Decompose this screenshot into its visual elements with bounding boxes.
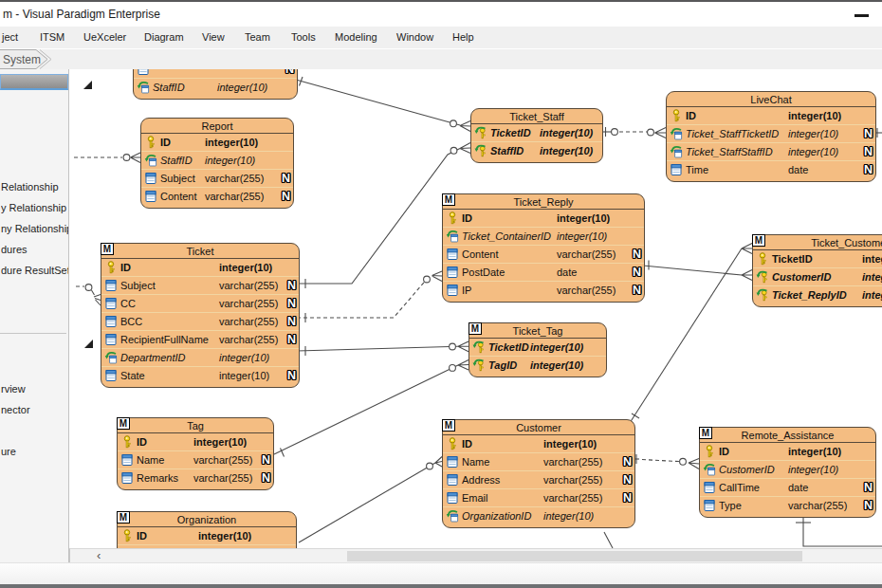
- column-icon: [670, 163, 683, 176]
- column-name: TicketID: [772, 253, 813, 265]
- column-row[interactable]: IDinteger(10): [101, 259, 299, 276]
- column-row[interactable]: Contentvarchar(255)N: [141, 187, 293, 205]
- minimize-button[interactable]: [854, 14, 869, 17]
- column-row[interactable]: TimedateN: [667, 160, 875, 178]
- entity-table-customer[interactable]: MCustomerIDinteger(10)Namevarchar(255)NA…: [442, 419, 635, 528]
- menu-item-team[interactable]: Team: [245, 27, 270, 48]
- column-row[interactable]: TicketIDinteger(10): [471, 124, 602, 141]
- toolbox-selected-header[interactable]: [0, 74, 68, 90]
- column-row[interactable]: CustomerIDinteger(10): [753, 267, 882, 285]
- column-row[interactable]: Addressvarchar(255)N: [443, 470, 634, 488]
- column-row[interactable]: Ticket_StaffTicketIDinteger(10)N: [667, 124, 875, 142]
- column-row[interactable]: Namevarchar(255)N: [443, 452, 634, 470]
- toolbox-item-ny-relationship[interactable]: ny Relationship: [1, 218, 68, 239]
- column-row[interactable]: IDinteger(10): [443, 210, 644, 227]
- menu-item-window[interactable]: Window: [396, 27, 433, 48]
- horizontal-scrollbar[interactable]: ‹: [69, 548, 882, 562]
- toolbox-item-ure[interactable]: ure: [1, 441, 68, 462]
- column-row[interactable]: TicketIDinteger(10): [753, 250, 882, 267]
- menu-item-help[interactable]: Help: [452, 27, 474, 48]
- column-type: integer(10): [788, 446, 841, 457]
- column-row[interactable]: Ticket_ContainerIDinteger(10): [443, 227, 644, 245]
- toolbox-item-nector[interactable]: nector: [1, 399, 68, 420]
- column-row[interactable]: TagIDinteger(10): [469, 356, 606, 374]
- toolbox-item-dure-resultset[interactable]: dure ResultSet: [1, 260, 68, 281]
- entity-table-livechat[interactable]: LiveChatIDinteger(10)Ticket_StaffTicketI…: [666, 91, 876, 182]
- toolbox-item-dures[interactable]: dures: [1, 239, 68, 260]
- menu-item-modeling[interactable]: Modeling: [335, 27, 377, 48]
- column-row[interactable]: CCvarchar(255)N: [101, 294, 299, 312]
- column-row[interactable]: Namevarchar(255)N: [118, 450, 273, 469]
- column-row[interactable]: StaffIDinteger(10): [141, 151, 293, 169]
- column-row[interactable]: StaffIDinteger(10): [471, 141, 602, 159]
- column-row[interactable]: Contentvarchar(255)N: [443, 245, 644, 263]
- menu-item-itsm[interactable]: ITSM: [40, 27, 64, 48]
- toolbox-item-rview[interactable]: rview: [1, 378, 68, 399]
- column-row[interactable]: IPvarchar(255)N: [443, 281, 644, 299]
- column-row[interactable]: IDinteger(10): [667, 107, 875, 124]
- toolbox-group-misc: rviewnectorure: [1, 378, 68, 462]
- entity-table-ticket-tag[interactable]: MTicket_TagTicketIDinteger(10)TagIDinteg…: [469, 322, 607, 377]
- entity-table-ticket-staff[interactable]: Ticket_StaffTicketIDinteger(10)StaffIDin…: [470, 108, 603, 163]
- column-row[interactable]: IDinteger(10): [141, 134, 293, 151]
- column-row[interactable]: Stateinteger(10)N: [101, 366, 299, 384]
- column-name: Email: [462, 492, 488, 504]
- column-row[interactable]: IDinteger(10): [118, 527, 296, 544]
- column-row[interactable]: Emailvarchar(255)N: [443, 488, 634, 506]
- table-title: Report: [141, 119, 293, 134]
- column-row[interactable]: IDinteger(10): [118, 433, 273, 450]
- menu-item-tools[interactable]: Tools: [291, 27, 316, 48]
- column-name: ID: [160, 137, 171, 148]
- nullable-icon: N: [633, 265, 641, 280]
- entity-table-tag[interactable]: MTagIDinteger(10)Namevarchar(255)NRemark…: [117, 417, 274, 490]
- column-row[interactable]: IDinteger(10): [700, 443, 875, 460]
- column-row[interactable]: CustomerIDinteger(10): [700, 460, 875, 478]
- column-row[interactable]: RecipientFullNamevarchar(255)N: [101, 330, 299, 348]
- column-row[interactable]: Remarksvarchar(255)N: [118, 469, 273, 487]
- scrollbar-thumb[interactable]: [347, 551, 802, 561]
- nullable-icon: N: [282, 171, 290, 186]
- column-type: varchar(255): [193, 472, 252, 484]
- column-row[interactable]: PostDatedateN: [443, 263, 644, 281]
- menu-item-diagram[interactable]: Diagram: [144, 27, 184, 48]
- toolbox-item-y-relationship[interactable]: y Relationship: [1, 197, 68, 218]
- column-row[interactable]: CallTimedateN: [700, 478, 875, 496]
- foreign-key-icon: [670, 127, 683, 140]
- column-row[interactable]: OrganizationIDinteger(10): [443, 506, 634, 524]
- column-row[interactable]: IDinteger(10): [443, 435, 634, 452]
- column-row[interactable]: DepartmentIDinteger(10): [101, 348, 299, 366]
- column-type: integer(10): [788, 464, 838, 475]
- foreign-key-icon: [446, 509, 459, 523]
- toolbox-item-relationship[interactable]: Relationship: [1, 176, 68, 197]
- entity-table-ticket-reply[interactable]: MTicket_ReplyIDinteger(10)Ticket_Contain…: [442, 193, 645, 303]
- column-name: Content: [462, 248, 499, 260]
- column-type: varchar(255): [543, 492, 602, 504]
- toolbox-item[interactable]: [1, 420, 68, 441]
- column-row[interactable]: Typevarchar(255)N: [700, 496, 875, 514]
- menu-item-view[interactable]: View: [202, 27, 225, 48]
- entity-table-ticket[interactable]: MTicketIDinteger(10)Subjectvarchar(255)N…: [101, 243, 300, 388]
- column-name: ID: [719, 446, 729, 457]
- primary-key-icon: [756, 252, 769, 266]
- column-row[interactable]: Ticket_StaffStaffIDinteger(10)N: [667, 142, 875, 160]
- column-row[interactable]: Subjectvarchar(255)N: [101, 276, 299, 294]
- table-title: Ticket_Tag: [469, 323, 606, 339]
- column-row[interactable]: TicketIDinteger(10): [469, 339, 606, 356]
- breadcrumb-tab[interactable]: System: [0, 49, 114, 69]
- column-row[interactable]: StaffIDinteger(10): [134, 78, 297, 96]
- column-name: Ticket_StaffStaffID: [686, 146, 773, 157]
- menu-item-uexceler[interactable]: UeXceler: [83, 27, 126, 48]
- menu-item-ject[interactable]: ject: [2, 27, 18, 48]
- column-row[interactable]: BCCvarchar(255)N: [101, 312, 299, 330]
- table-title: LiveChat: [667, 92, 875, 107]
- entity-table-ticket-customer[interactable]: MTicket_CustomerTicketIDinteger(10)Custo…: [752, 234, 882, 307]
- column-row[interactable]: Ticket_ReplyIDinteger(10): [753, 285, 882, 303]
- entity-table-report[interactable]: ReportIDinteger(10)StaffIDinteger(10)Sub…: [140, 118, 294, 209]
- scroll-left-icon[interactable]: ‹: [97, 548, 101, 562]
- column-name: CC: [120, 298, 136, 309]
- column-name: CustomerID: [719, 464, 775, 475]
- column-row[interactable]: Subjectvarchar(255)N: [141, 169, 293, 187]
- title-bar: m - Visual Paradigm Enterprise: [0, 2, 882, 27]
- entity-table-remote-assistance[interactable]: MRemote_AssistanceIDinteger(10)CustomerI…: [699, 427, 876, 518]
- window-top-edge: [0, 0, 882, 2]
